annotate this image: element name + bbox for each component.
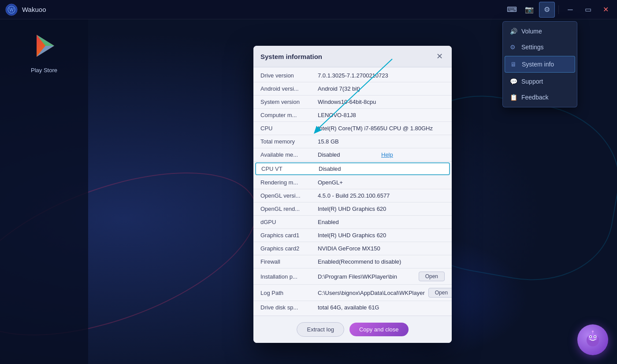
play-store-label: Play Store (31, 67, 57, 74)
info-row-firewall: Firewall Enabled(Recommend to disable) (253, 255, 452, 268)
label-android-version: Android versi... (260, 85, 318, 92)
dropdown-item-feedback[interactable]: 📋 Feedback (503, 89, 577, 105)
label-rendering: Rendering m... (260, 179, 318, 186)
copy-close-button[interactable]: Copy and close (349, 323, 409, 336)
label-disk-space: Drive disk sp... (260, 304, 318, 311)
open-install-path-button[interactable]: Open (419, 272, 445, 281)
volume-icon: 🔊 (510, 28, 517, 35)
app-title: Wakuoo (22, 6, 46, 13)
value-system-version: Windows10-64bit-8cpu (318, 99, 445, 105)
help-link[interactable]: Help (381, 151, 445, 158)
label-system-version: System version (260, 99, 318, 105)
dropdown-volume-label: Volume (521, 28, 542, 35)
label-opengl-renderer: OpenGL rend... (260, 206, 318, 212)
close-button[interactable]: ✕ (598, 2, 613, 18)
settings-button[interactable]: ⚙ (539, 2, 555, 18)
value-drive-version: 7.0.1.3025-7.1.2700210723 (318, 72, 445, 79)
dialog-close-button[interactable]: ✕ (434, 51, 445, 62)
info-row-total-memory: Total memory 15.8 GB (253, 135, 452, 148)
value-graphics-card1: Intel(R) UHD Graphics 620 (318, 232, 445, 239)
dropdown-settings-label: Settings (521, 44, 544, 51)
dialog-title: System information (260, 53, 322, 60)
screenshot-button[interactable]: 📷 (521, 2, 537, 18)
label-graphics-card2: Graphics card2 (260, 245, 318, 252)
info-row-rendering: Rendering m... OpenGL+ (253, 176, 452, 189)
feedback-icon: 📋 (510, 94, 517, 101)
info-row-graphics-card1: Graphics card1 Intel(R) UHD Graphics 620 (253, 229, 452, 242)
keyboard-button[interactable]: ⌨ (504, 2, 520, 18)
separator (558, 5, 559, 14)
settings-icon: ⚙ (510, 44, 517, 51)
label-graphics-card1: Graphics card1 (260, 232, 318, 239)
support-icon: 💬 (510, 78, 517, 85)
titlebar-controls: ⌨ 📷 ⚙ ─ ▭ ✕ (504, 2, 617, 18)
dropdown-support-label: Support (521, 78, 543, 85)
value-firewall: Enabled(Recommend to disable) (318, 258, 445, 265)
value-computer-model: LENOVO-81J8 (318, 112, 445, 118)
dropdown-system-info-label: System info (522, 61, 554, 68)
app-icon: W (5, 4, 18, 16)
info-row-install-path: Installation p... D:\Program Files\WKPla… (253, 268, 452, 285)
sidebar: Play Store (0, 19, 88, 364)
label-available-memory: Available me... (260, 151, 318, 158)
info-row-available-memory: Available me... Disabled Help (253, 148, 452, 162)
info-row-graphics-card2: Graphics card2 NVIDIA GeForce MX150 (253, 242, 452, 255)
value-available-memory: Disabled (318, 151, 381, 158)
label-computer-model: Computer m... (260, 112, 318, 118)
system-info-icon: 🖥 (510, 61, 517, 68)
value-total-memory: 15.8 GB (318, 138, 445, 145)
label-drive-version: Drive version (260, 72, 318, 79)
info-row-log-path: Log Path C:\Users\bignox\AppData\Local\W… (253, 285, 452, 301)
label-cpu-vt: CPU VT (261, 165, 319, 172)
minimize-button[interactable]: ─ (562, 2, 578, 18)
dropdown-item-system-info[interactable]: 🖥 System info (505, 56, 575, 73)
play-store-icon-container[interactable] (26, 28, 62, 63)
dropdown-item-settings[interactable]: ⚙ Settings (503, 39, 577, 55)
value-android-version: Android 7(32 bit) (318, 85, 445, 92)
extract-log-button[interactable]: Extract log (297, 322, 344, 337)
value-rendering: OpenGL+ (318, 179, 445, 186)
info-row-opengl-renderer: OpenGL rend... Intel(R) UHD Graphics 620 (253, 202, 452, 216)
label-install-path: Installation p... (260, 273, 318, 280)
value-log-path: C:\Users\bignox\AppData\Local\WKPlayer (318, 290, 425, 296)
info-row-android-version: Android versi... Android 7(32 bit) (253, 82, 452, 96)
info-row-cpu: CPU Intel(R) Core(TM) i7-8565U CPU @ 1.8… (253, 122, 452, 135)
open-log-path-button[interactable]: Open (428, 288, 452, 298)
value-dgpu: Enabled (318, 219, 445, 225)
value-opengl-version: 4.5.0 - Build 25.20.100.6577 (318, 192, 445, 199)
dropdown-item-support[interactable]: 💬 Support (503, 74, 577, 89)
info-row-disk-space: Drive disk sp... total 64G, available 61… (253, 301, 452, 314)
value-graphics-card2: NVIDIA GeForce MX150 (318, 245, 445, 252)
info-row-drive-version: Drive version 7.0.1.3025-7.1.2700210723 (253, 69, 452, 82)
label-log-path: Log Path (260, 290, 318, 296)
label-opengl-version: OpenGL versi... (260, 192, 318, 199)
dialog-header: System information ✕ (253, 46, 452, 67)
dropdown-item-volume[interactable]: 🔊 Volume (503, 23, 577, 39)
dialog-footer: Extract log Copy and close (253, 316, 452, 343)
info-row-opengl-version: OpenGL versi... 4.5.0 - Build 25.20.100.… (253, 189, 452, 202)
label-firewall: Firewall (260, 258, 318, 265)
dialog-body: Drive version 7.0.1.3025-7.1.2700210723 … (253, 67, 452, 316)
label-cpu: CPU (260, 125, 318, 132)
info-row-dgpu: dGPU Enabled (253, 216, 452, 229)
titlebar-left: W Wakuoo (0, 4, 46, 16)
value-disk-space: total 64G, available 61G (318, 304, 445, 311)
info-row-system-version: System version Windows10-64bit-8cpu (253, 96, 452, 109)
svg-text:W: W (9, 7, 14, 12)
label-dgpu: dGPU (260, 219, 318, 225)
dropdown-feedback-label: Feedback (521, 94, 548, 101)
maximize-button[interactable]: ▭ (580, 2, 596, 18)
titlebar: W Wakuoo ⌨ 📷 ⚙ ─ ▭ ✕ (0, 0, 617, 19)
value-opengl-renderer: Intel(R) UHD Graphics 620 (318, 206, 445, 212)
label-total-memory: Total memory (260, 138, 318, 145)
value-cpu-vt: Disabled (319, 165, 444, 172)
info-row-computer-model: Computer m... LENOVO-81J8 (253, 109, 452, 122)
info-row-cpu-vt: CPU VT Disabled (255, 162, 450, 175)
system-info-dialog: System information ✕ Drive version 7.0.1… (253, 46, 452, 343)
value-install-path: D:\Program Files\WKPlayer\bin (318, 273, 415, 280)
value-cpu: Intel(R) Core(TM) i7-8565U CPU @ 1.80GHz (318, 125, 445, 132)
settings-dropdown: 🔊 Volume ⚙ Settings 🖥 System info 💬 Supp… (502, 21, 577, 107)
main-content: 🔊 Volume ⚙ Settings 🖥 System info 💬 Supp… (88, 19, 617, 364)
